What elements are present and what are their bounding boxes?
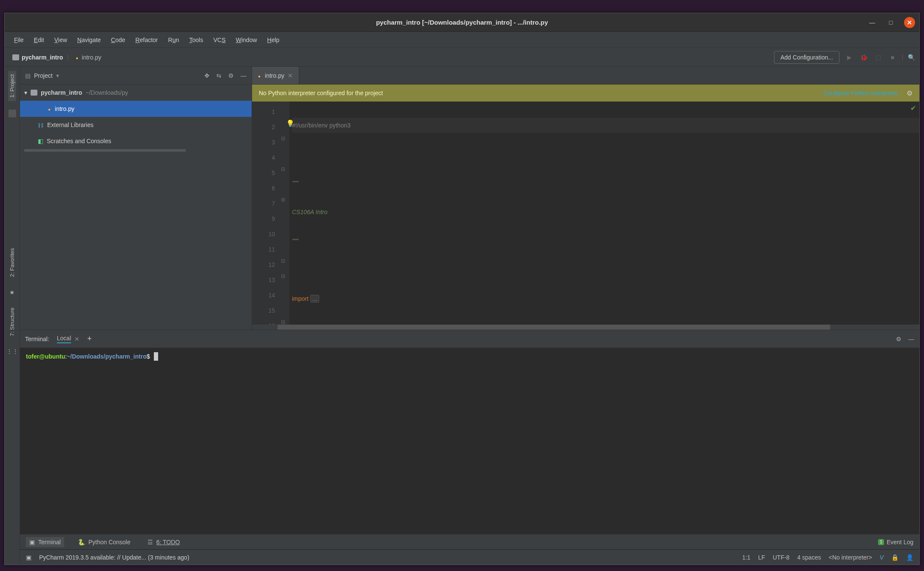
folder-icon (31, 90, 37, 96)
breadcrumb-file[interactable]: intro.py (76, 54, 101, 61)
collapse-all-icon[interactable]: ⇆ (216, 72, 221, 79)
terminal-icon: ▣ (29, 539, 35, 546)
debug-icon[interactable]: 🐞 (859, 54, 868, 61)
terminal-body[interactable]: tofer@ubuntu:~/Downloads/pycharm_intro$ (20, 348, 919, 534)
tool-window-icon[interactable]: ▣ (26, 554, 31, 561)
status-bar: ▣ PyCharm 2019.3.5 available: // Update.… (20, 549, 919, 565)
file-encoding[interactable]: UTF-8 (773, 554, 790, 561)
tree-external-libraries[interactable]: ⫿⫿ External Libraries (20, 117, 252, 133)
structure-icon[interactable]: ⋮⋮ (6, 348, 18, 355)
tree-scratches[interactable]: ◧ Scratches and Consoles (20, 133, 252, 149)
editor-horizontal-scrollbar[interactable] (252, 325, 919, 330)
menu-bar: File Edit View Navigate Code Refactor Ru… (5, 32, 919, 48)
banner-message: No Python interpreter configured for the… (259, 90, 383, 96)
horizontal-scrollbar[interactable] (24, 149, 186, 152)
editor-tabs: intro.py ✕ (252, 67, 919, 85)
bottom-tool-strip: ▣Terminal 🐍Python Console ☲6: TODO 1Even… (20, 534, 919, 549)
breadcrumb: pycharm_intro 〉 intro.py (12, 54, 101, 61)
fold-gutter[interactable]: ⊟ ⊟ ⊞ ⊟ ⊟ ⊟ (279, 102, 289, 325)
editor-area: intro.py ✕ No Python interpreter configu… (252, 67, 919, 330)
menu-code[interactable]: Code (107, 35, 129, 45)
python-file-icon (76, 54, 79, 61)
bottom-tab-todo[interactable]: ☲6: TODO (144, 537, 184, 547)
menu-help[interactable]: Help (263, 35, 284, 45)
hide-terminal-icon[interactable]: — (908, 336, 914, 342)
menu-tools[interactable]: Tools (185, 35, 207, 45)
editor-tab-intro[interactable]: intro.py ✕ (252, 67, 299, 84)
terminal-cursor (154, 352, 158, 361)
terminal-tool-window: Terminal: Local ✕ + ⚙ — tofer@ubuntu:~/D… (20, 330, 919, 534)
scroll-to-source-icon[interactable]: ✥ (204, 72, 210, 79)
bottom-tab-terminal[interactable]: ▣Terminal (26, 537, 64, 547)
menu-vcs[interactable]: VCS (209, 35, 230, 45)
maximize-button[interactable]: □ (885, 17, 896, 28)
code-editor[interactable]: 123 456 7910 111213 141516 ⊟ ⊟ ⊞ ⊟ ⊟ (252, 102, 919, 325)
line-number-gutter: 123 456 7910 111213 141516 (252, 102, 279, 325)
menu-window[interactable]: Window (232, 35, 261, 45)
interpreter-warning-banner: No Python interpreter configured for the… (252, 85, 919, 102)
vim-icon[interactable]: V (880, 554, 884, 561)
menu-edit[interactable]: Edit (30, 35, 48, 45)
tree-project-root[interactable]: ▾ pycharm_intro ~/Downloads/py (20, 85, 252, 101)
python-icon: 🐍 (78, 539, 85, 546)
library-icon: ⫿⫿ (38, 122, 44, 128)
interpreter-status[interactable]: <No interpreter> (829, 554, 872, 561)
folded-imports[interactable]: ... (310, 295, 320, 302)
inspection-ok-icon[interactable]: ✔ (910, 104, 916, 112)
left-tool-strip: 1: Project 2: Favorites ★ 7: Structure ⋮… (5, 67, 20, 565)
tab-structure[interactable]: 7: Structure (8, 304, 16, 339)
configure-interpreter-link[interactable]: Configure Python interpreter (823, 90, 898, 96)
project-tool-window: ▤ Project ▾ ✥ ⇆ ⚙ — ▾ (20, 67, 252, 330)
window-titlebar: pycharm_intro [~/Downloads/pycharm_intro… (5, 13, 919, 32)
bottom-tab-python-console[interactable]: 🐍Python Console (74, 537, 134, 547)
run-icon[interactable]: ▶ (845, 54, 854, 61)
menu-run[interactable]: Run (164, 35, 184, 45)
lock-icon[interactable]: 🔒 (891, 554, 898, 561)
menu-view[interactable]: View (50, 35, 71, 45)
minimize-button[interactable]: — (867, 17, 878, 28)
menu-file[interactable]: File (10, 35, 28, 45)
breadcrumb-project[interactable]: pycharm_intro (12, 54, 63, 61)
banner-gear-icon[interactable]: ⚙ (907, 89, 913, 97)
menu-refactor[interactable]: Refactor (131, 35, 162, 45)
todo-icon: ☲ (147, 539, 153, 546)
menu-navigate[interactable]: Navigate (73, 35, 105, 45)
python-file-icon (48, 105, 51, 112)
intention-bulb-icon[interactable]: 💡 (286, 119, 295, 127)
scratches-icon: ◧ (38, 138, 43, 144)
indent-setting[interactable]: 4 spaces (797, 554, 821, 561)
line-separator[interactable]: LF (758, 554, 765, 561)
close-terminal-tab-icon[interactable]: ✕ (74, 336, 79, 342)
stop-icon[interactable]: ■ (888, 54, 897, 61)
terminal-title: Terminal: (25, 336, 49, 342)
folder-icon (12, 54, 19, 60)
project-panel-title[interactable]: ▤ Project ▾ (25, 72, 59, 79)
python-file-icon (258, 72, 261, 79)
star-icon[interactable]: ★ (9, 289, 15, 296)
tab-favorites[interactable]: 2: Favorites (8, 245, 16, 280)
navigation-toolbar: pycharm_intro 〉 intro.py Add Configurati… (5, 48, 919, 67)
status-notification[interactable]: PyCharm 2019.3.5 available: // Update...… (39, 554, 189, 561)
hide-panel-icon[interactable]: — (241, 72, 247, 79)
event-log-button[interactable]: 1Event Log (878, 539, 913, 546)
new-terminal-icon[interactable]: + (87, 334, 92, 343)
caret-position[interactable]: 1:1 (742, 554, 750, 561)
tree-file-intro[interactable]: intro.py (20, 101, 252, 117)
window-title: pycharm_intro [~/Downloads/pycharm_intro… (5, 19, 919, 26)
coverage-icon[interactable]: ⬚ (873, 54, 883, 61)
close-button[interactable]: ✕ (904, 17, 915, 28)
terminal-tab-local[interactable]: Local (57, 335, 71, 343)
close-tab-icon[interactable]: ✕ (288, 72, 293, 79)
project-files-icon[interactable] (9, 110, 16, 117)
gear-icon[interactable]: ⚙ (228, 72, 234, 79)
tab-project[interactable]: 1: Project (8, 71, 16, 101)
terminal-gear-icon[interactable]: ⚙ (896, 336, 901, 342)
inspector-icon[interactable]: 👤 (906, 554, 913, 561)
chevron-right-icon: 〉 (66, 54, 72, 61)
add-configuration-button[interactable]: Add Configuration... (774, 51, 839, 64)
search-icon[interactable]: 🔍 (902, 54, 912, 61)
